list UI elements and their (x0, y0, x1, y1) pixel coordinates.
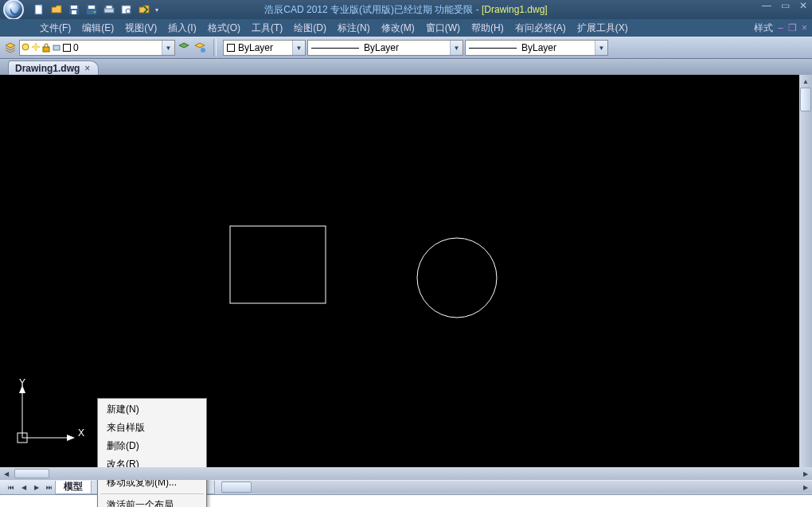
doc-restore-icon[interactable]: ❐ (788, 22, 797, 33)
menu-modify[interactable]: 修改(M) (377, 20, 420, 37)
ucs-icon: Y X (14, 382, 86, 456)
scroll-left-icon[interactable]: ◀ (0, 467, 13, 480)
layout-h-scroll[interactable]: ▶ (221, 481, 812, 493)
open-icon[interactable] (48, 2, 65, 18)
color-dropdown[interactable]: ByLayer ▼ (223, 40, 306, 56)
file-tab[interactable]: Drawing1.dwg × (8, 60, 99, 75)
menu-edit[interactable]: 编辑(E) (77, 20, 119, 37)
ctx-prevlayout[interactable]: 激活前一个布局 (99, 496, 205, 507)
svg-rect-5 (88, 6, 95, 9)
tab-last-icon[interactable]: ⏭ (43, 481, 56, 493)
tab-prev-icon[interactable]: ◀ (18, 481, 30, 493)
menu-draw[interactable]: 绘图(D) (289, 20, 331, 37)
doc-minimize-icon[interactable]: – (778, 22, 783, 33)
menu-ext[interactable]: 扩展工具(X) (572, 20, 633, 37)
ctx-separator (100, 493, 204, 494)
scroll-right-icon[interactable]: ▶ (799, 467, 812, 480)
file-tab-strip: Drawing1.dwg × (0, 59, 812, 75)
svg-point-11 (33, 45, 38, 49)
publish-icon[interactable] (135, 2, 153, 18)
new-icon[interactable] (30, 2, 48, 18)
menu-help[interactable]: 帮助(H) (467, 20, 509, 37)
vertical-scrollbar[interactable]: ▲ ▼ (799, 75, 812, 480)
scroll-thumb[interactable] (14, 469, 49, 478)
bulb-on-icon (21, 43, 29, 53)
lineweight-value: ByLayer (521, 42, 556, 53)
chevron-down-icon: ▼ (162, 41, 174, 55)
ucs-x-label: X (78, 427, 84, 439)
layer-color-swatch (63, 44, 71, 52)
menu-format[interactable]: 格式(O) (203, 20, 245, 37)
layout-context-menu: 新建(N) 来自样版 删除(D) 改名(R) 移动或复制(M)... 激活前一个… (97, 398, 207, 507)
lineweight-sample (469, 48, 517, 49)
chevron-down-icon: ▼ (292, 41, 305, 55)
layer-manager-icon[interactable] (3, 41, 18, 55)
menu-tools[interactable]: 工具(T) (247, 20, 287, 37)
scroll-up-icon[interactable]: ▲ (799, 75, 812, 88)
menu-file[interactable]: 文件(F) (35, 20, 76, 37)
menu-view[interactable]: 视图(V) (120, 20, 162, 37)
maximize-icon[interactable]: ▭ (781, 0, 790, 11)
drawing-canvas[interactable]: Y X 新建(N) 来自样版 删除(D) 改名(R) 移动或复制(M)... 激… (0, 75, 812, 480)
chevron-down-icon: ▼ (595, 41, 607, 55)
tab-next-icon[interactable]: ▶ (30, 481, 43, 493)
menu-style[interactable]: 样式 (754, 21, 773, 35)
svg-rect-16 (43, 47, 49, 52)
properties-toolbar: 0 ▼ ByLayer ▼ ByLayer ▼ ByLayer ▼ (0, 37, 812, 59)
window-controls: — ▭ ✕ (762, 0, 807, 11)
tab-first-icon[interactable]: ⏮ (5, 481, 18, 493)
layer-prev-icon[interactable] (193, 41, 207, 55)
preview-icon[interactable] (118, 2, 135, 18)
scroll-right-icon[interactable]: ▶ (799, 481, 812, 493)
svg-rect-2 (71, 6, 77, 9)
menu-bar: 文件(F) 编辑(E) 视图(V) 插入(I) 格式(O) 工具(T) 绘图(D… (0, 19, 812, 37)
app-title-text: 浩辰CAD 2012 专业版(试用版)已经过期 功能受限 (264, 4, 473, 15)
tab-model[interactable]: 模型 (55, 481, 92, 494)
ctx-new[interactable]: 新建(N) (99, 400, 205, 419)
svg-rect-17 (53, 45, 60, 50)
layer-name: 0 (73, 42, 79, 53)
toolbar-separator (213, 39, 217, 57)
quick-dropdown-icon[interactable]: ▾ (153, 6, 161, 14)
svg-rect-19 (230, 226, 326, 303)
chevron-down-icon: ▼ (450, 41, 463, 55)
tab-close-icon[interactable]: × (84, 63, 90, 74)
lineweight-dropdown[interactable]: ByLayer ▼ (465, 40, 608, 56)
minimize-icon[interactable]: — (762, 0, 771, 11)
svg-point-10 (22, 44, 29, 50)
close-icon[interactable]: ✕ (799, 0, 807, 11)
linetype-dropdown[interactable]: ByLayer ▼ (307, 40, 463, 56)
svg-rect-7 (106, 6, 112, 9)
file-tab-label: Drawing1.dwg (15, 63, 80, 74)
layer-dropdown[interactable]: 0 ▼ (19, 40, 175, 56)
svg-point-18 (201, 48, 205, 53)
canvas-h-scroll[interactable]: ◀ ▶ (0, 467, 812, 480)
svg-point-20 (417, 238, 497, 318)
linetype-value: ByLayer (364, 42, 399, 53)
menu-faq[interactable]: 有问必答(A) (510, 20, 571, 37)
svg-marker-24 (67, 435, 75, 441)
ctx-delete[interactable]: 删除(D) (99, 437, 205, 455)
menu-dim[interactable]: 标注(N) (333, 20, 375, 37)
ucs-y-label: Y (19, 377, 25, 388)
color-value: ByLayer (238, 42, 273, 53)
doc-close-icon[interactable]: × (802, 22, 807, 33)
sun-icon (32, 43, 40, 53)
app-logo[interactable] (3, 0, 24, 20)
quick-access-toolbar: ▾ (30, 2, 161, 18)
linetype-sample (311, 48, 359, 49)
scroll-thumb[interactable] (800, 88, 811, 111)
color-swatch (227, 44, 235, 52)
save-icon[interactable] (65, 2, 83, 18)
plot-layer-icon (53, 43, 61, 53)
svg-rect-3 (72, 10, 76, 14)
ctx-template[interactable]: 来自样版 (99, 419, 205, 437)
menu-window[interactable]: 窗口(W) (421, 20, 465, 37)
plot-icon[interactable] (100, 2, 118, 18)
lock-icon (42, 43, 50, 53)
doc-title-text: [Drawing1.dwg] (482, 4, 548, 15)
saveas-icon[interactable] (83, 2, 100, 18)
scroll-thumb[interactable] (221, 482, 252, 493)
layer-state-icon[interactable] (177, 41, 191, 55)
menu-insert[interactable]: 插入(I) (163, 20, 201, 37)
